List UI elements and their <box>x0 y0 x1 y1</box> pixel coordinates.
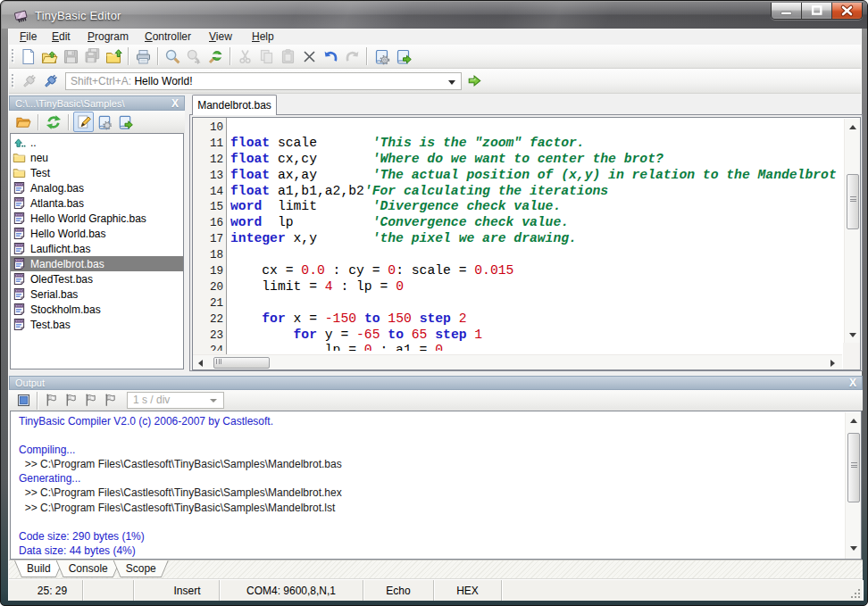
code-editor[interactable]: 1011float scale 'This is the "zoom" fact… <box>192 117 861 370</box>
file-item-test-bas[interactable]: Test.bas <box>11 317 183 332</box>
tab-scope[interactable]: Scope <box>113 560 169 577</box>
flag-button[interactable] <box>80 391 100 411</box>
scroll-down-icon[interactable] <box>850 546 857 551</box>
file-item-hello-world-bas[interactable]: Hello World.bas <box>11 226 183 241</box>
scroll-down-icon[interactable] <box>849 333 856 337</box>
tab-console[interactable]: Console <box>56 560 121 577</box>
open-file-button[interactable] <box>38 46 60 67</box>
menu-view[interactable]: View <box>206 29 235 44</box>
redo-button[interactable] <box>341 46 363 67</box>
file-item-oledtest-bas[interactable]: OledTest.bas <box>11 271 183 286</box>
run-button[interactable] <box>463 71 485 92</box>
new-file-button[interactable] <box>17 46 38 67</box>
scroll-up-icon[interactable] <box>849 125 856 129</box>
console-line: >> C:\Program Files\Castlesoft\TinyBasic… <box>19 501 342 515</box>
file-list[interactable]: ..neuTestAnalog.basAtlanta.basHello Worl… <box>10 133 184 369</box>
paste-button[interactable] <box>277 46 298 67</box>
code-line-17: 17integer x,y 'the pixel we are drawing. <box>193 231 842 247</box>
file-item-analog-bas[interactable]: Analog.bas <box>11 180 183 195</box>
editor-vertical-scrollbar[interactable] <box>844 119 860 344</box>
menu-file[interactable]: File <box>17 29 39 44</box>
file-label: .. <box>30 137 37 149</box>
resize-grip[interactable] <box>850 588 861 599</box>
close-button[interactable] <box>832 3 862 19</box>
file-label: Stockholm.bas <box>30 303 101 316</box>
cut-button[interactable] <box>234 46 255 67</box>
flag-button[interactable] <box>100 391 120 411</box>
file-label: Analog.bas <box>30 182 84 195</box>
tab-mandelbrot[interactable]: Mandelbrot.bas <box>192 95 277 115</box>
menu-help[interactable]: Help <box>249 29 277 44</box>
toolbar-grip[interactable] <box>12 49 14 63</box>
menu-edit[interactable]: Edit <box>49 29 73 44</box>
flag-button[interactable] <box>61 391 80 411</box>
file-item-neu[interactable]: neu <box>11 150 183 165</box>
flag-button[interactable] <box>41 391 61 411</box>
console-output[interactable]: TinyBasic Compiler V2.0 (c) 2006-2007 by… <box>10 411 862 560</box>
print-button[interactable] <box>132 46 154 67</box>
toolbar-separator <box>37 392 38 410</box>
code-line-20: 20 limit = 4 : lp = 0 <box>193 279 842 295</box>
editor-horizontal-scrollbar[interactable] <box>193 354 842 369</box>
minimize-button[interactable] <box>772 3 802 19</box>
scroll-left-icon[interactable] <box>198 360 203 367</box>
folder-up-icon <box>105 48 122 65</box>
sidebar-close-icon[interactable]: X <box>171 98 179 109</box>
run-target-combobox[interactable]: Shift+Ctrl+A: Hello World! <box>65 72 462 90</box>
file-item-hello-world-graphic-bas[interactable]: Hello World Graphic.bas <box>11 211 183 226</box>
chevron-down-icon[interactable] <box>448 80 455 85</box>
status-blank <box>83 580 134 601</box>
output-close-icon[interactable]: X <box>849 378 856 388</box>
disconnect-button[interactable] <box>17 71 38 92</box>
disconnect-icon <box>20 72 37 89</box>
file-item-atlanta-bas[interactable]: Atlanta.bas <box>11 195 183 211</box>
compile-button[interactable] <box>371 46 392 67</box>
find-button[interactable] <box>162 46 183 67</box>
toolbar-separator <box>230 47 230 65</box>
scroll-up-icon[interactable] <box>850 419 857 423</box>
replace-button[interactable] <box>204 46 226 67</box>
bas-file-icon <box>13 303 26 316</box>
refresh-button[interactable] <box>43 112 63 132</box>
find-next-button[interactable] <box>183 46 204 67</box>
file-item-mandelbrot-bas[interactable]: Mandelbrot.bas <box>11 256 183 271</box>
connect-button[interactable] <box>38 71 60 92</box>
save-all-icon <box>84 48 101 65</box>
copy-button[interactable] <box>255 46 277 67</box>
file-item--[interactable]: .. <box>11 135 183 150</box>
stop-button[interactable] <box>13 391 33 411</box>
menu-controller[interactable]: Controller <box>142 29 194 44</box>
compile-icon <box>373 48 390 65</box>
line-number: 13 <box>193 169 223 185</box>
save-button[interactable] <box>60 46 81 67</box>
file-item-serial-bas[interactable]: Serial.bas <box>11 286 183 302</box>
file-item-stockholm-bas[interactable]: Stockholm.bas <box>11 302 183 317</box>
run-file-button[interactable] <box>114 112 135 132</box>
bas-file-icon <box>13 196 26 210</box>
compile-run-button[interactable] <box>392 46 413 67</box>
console-line: >> C:\Program Files\Castlesoft\TinyBasic… <box>19 486 342 500</box>
file-item-test[interactable]: Test <box>11 165 183 180</box>
code-line-15: 15word limit 'Divergence check value. <box>193 199 842 215</box>
folder-open-button[interactable] <box>13 112 33 132</box>
delete-button[interactable] <box>298 46 320 67</box>
folder-up-button[interactable] <box>103 46 124 67</box>
toolbar-separator <box>38 114 38 130</box>
console-vscroll-thumb[interactable] <box>847 433 860 502</box>
maximize-button[interactable] <box>802 3 832 19</box>
console-vertical-scrollbar[interactable] <box>845 412 861 559</box>
edit-file-button[interactable] <box>73 112 94 132</box>
line-number: 20 <box>193 280 223 296</box>
scroll-right-icon[interactable] <box>830 360 835 367</box>
undo-button[interactable] <box>320 46 341 67</box>
editor-vscroll-thumb[interactable] <box>847 174 859 229</box>
console-line: Code size: 290 bytes (1%) <box>19 529 342 544</box>
title-bar[interactable]: TinyBasic Editor <box>2 2 868 29</box>
timebase-combobox[interactable]: 1 s / div <box>127 392 224 409</box>
menu-program[interactable]: Program <box>85 29 131 44</box>
menu-bar: FileEditProgramControllerViewHelp <box>9 29 861 45</box>
compile-file-button[interactable] <box>94 112 114 132</box>
file-item-lauflicht-bas[interactable]: Lauflicht.bas <box>11 241 183 256</box>
save-all-button[interactable] <box>81 46 103 67</box>
toolbar-grip[interactable] <box>12 74 14 88</box>
